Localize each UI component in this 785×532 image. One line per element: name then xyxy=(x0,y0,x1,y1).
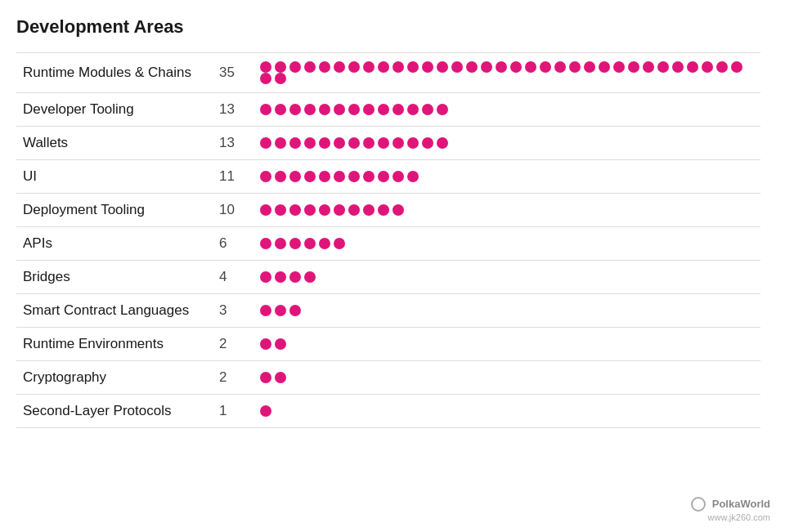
polka-icon xyxy=(691,497,706,512)
dot-icon xyxy=(260,137,271,149)
row-label: Wallets xyxy=(16,127,213,160)
dot-icon xyxy=(363,61,375,73)
row-count: 1 xyxy=(213,395,253,428)
dot-icon xyxy=(392,137,404,149)
dot-icon xyxy=(348,137,360,149)
dot-icon xyxy=(260,73,271,84)
dot-icon xyxy=(260,338,271,350)
dot-icon xyxy=(275,104,286,115)
dot-icon xyxy=(466,61,478,73)
table-row: Smart Contract Languages3 xyxy=(16,294,760,328)
dot-icon xyxy=(304,137,316,149)
row-count: 2 xyxy=(213,328,253,361)
row-count: 10 xyxy=(213,194,253,227)
row-count: 2 xyxy=(213,361,253,395)
row-label: Developer Tooling xyxy=(16,93,213,127)
table-row: Wallets13 xyxy=(16,127,760,160)
dot-icon xyxy=(716,61,728,73)
dot-icon xyxy=(319,104,330,115)
dot-icon xyxy=(275,73,286,84)
dot-icon xyxy=(334,171,345,182)
dot-icon xyxy=(392,171,404,182)
dot-icon xyxy=(304,61,316,73)
dot-icon xyxy=(260,271,271,283)
dot-icon xyxy=(260,61,271,73)
dot-icon xyxy=(702,61,713,73)
row-dots xyxy=(253,328,760,361)
dot-icon xyxy=(496,61,507,73)
dot-icon xyxy=(289,305,301,316)
dot-icon xyxy=(392,104,404,115)
dot-icon xyxy=(260,171,271,182)
dot-icon xyxy=(260,204,271,216)
table-row: Developer Tooling13 xyxy=(16,93,760,127)
dot-icon xyxy=(437,104,448,115)
dot-icon xyxy=(348,171,360,182)
dot-icon xyxy=(334,137,345,149)
dot-icon xyxy=(304,271,316,283)
dot-icon xyxy=(260,405,271,417)
dot-icon xyxy=(289,104,301,115)
dot-icon xyxy=(554,61,566,73)
dot-icon xyxy=(319,61,330,73)
row-label: Cryptography xyxy=(16,361,213,395)
watermark: PolkaWorld www.jk260.com xyxy=(691,498,770,522)
dot-icon xyxy=(289,137,301,149)
row-count: 11 xyxy=(213,160,253,194)
dot-icon xyxy=(422,61,433,73)
row-dots xyxy=(253,160,760,194)
page-title: Development Areas xyxy=(16,16,760,38)
row-dots xyxy=(253,361,760,395)
dot-icon xyxy=(275,372,286,383)
dot-icon xyxy=(437,61,448,73)
dot-icon xyxy=(378,61,389,73)
table-row: Runtime Environments2 xyxy=(16,328,760,361)
row-dots xyxy=(253,93,760,127)
table-row: Bridges4 xyxy=(16,261,760,294)
dot-icon xyxy=(540,61,551,73)
dot-icon xyxy=(260,372,271,383)
dot-icon xyxy=(363,171,375,182)
table-row: UI11 xyxy=(16,160,760,194)
table-row: Deployment Tooling10 xyxy=(16,194,760,227)
table-row: Second-Layer Protocols1 xyxy=(16,395,760,428)
dot-icon xyxy=(304,238,316,249)
table-row: APIs6 xyxy=(16,227,760,261)
dot-icon xyxy=(363,204,375,216)
row-label: Smart Contract Languages xyxy=(16,294,213,328)
dot-icon xyxy=(275,204,286,216)
row-label: Bridges xyxy=(16,261,213,294)
dot-icon xyxy=(599,61,610,73)
row-dots xyxy=(253,294,760,328)
dot-icon xyxy=(363,137,375,149)
dot-icon xyxy=(275,238,286,249)
dot-icon xyxy=(289,61,301,73)
dot-icon xyxy=(334,104,345,115)
dot-icon xyxy=(643,61,654,73)
row-count: 13 xyxy=(213,93,253,127)
dot-icon xyxy=(319,137,330,149)
dot-icon xyxy=(348,204,360,216)
dot-icon xyxy=(657,61,669,73)
dot-icon xyxy=(260,104,271,115)
dot-icon xyxy=(613,61,625,73)
row-count: 3 xyxy=(213,294,253,328)
dot-icon xyxy=(319,171,330,182)
dot-icon xyxy=(304,204,316,216)
dot-icon xyxy=(304,104,316,115)
dot-icon xyxy=(569,61,581,73)
dot-icon xyxy=(407,171,419,182)
row-dots xyxy=(253,227,760,261)
dot-icon xyxy=(437,137,448,149)
row-count: 4 xyxy=(213,261,253,294)
dot-icon xyxy=(275,271,286,283)
watermark-name: PolkaWorld xyxy=(691,498,770,512)
dot-icon xyxy=(407,61,419,73)
dot-icon xyxy=(275,305,286,316)
dot-icon xyxy=(275,137,286,149)
dot-icon xyxy=(392,204,404,216)
dot-icon xyxy=(422,104,433,115)
dot-icon xyxy=(334,204,345,216)
dot-icon xyxy=(422,137,433,149)
dot-icon xyxy=(275,338,286,350)
